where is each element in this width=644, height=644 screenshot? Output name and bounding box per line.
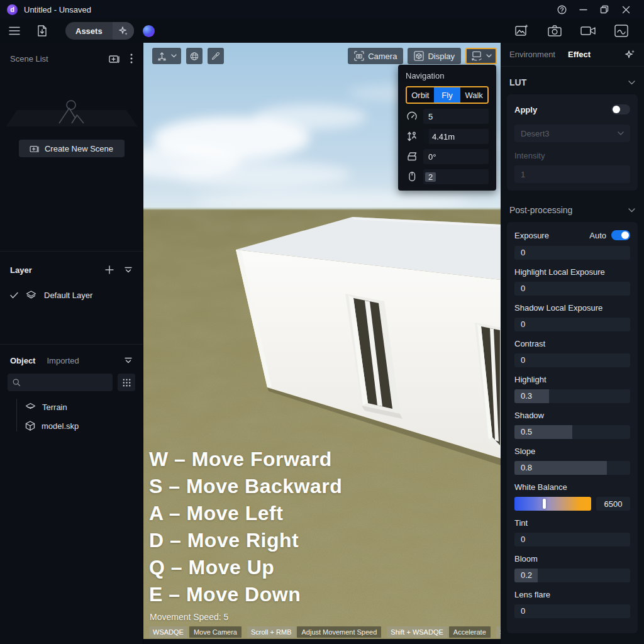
help-button[interactable] [551,1,572,18]
camera-button[interactable]: Camera [348,48,403,64]
object-search-input[interactable] [24,378,108,387]
assets-ai-icon[interactable] [113,22,134,40]
lut-apply-toggle[interactable] [611,104,630,114]
window-controls [551,1,636,18]
highlight-label: Highlight [514,375,630,384]
post-collapse-icon[interactable] [628,208,635,213]
mode-fly[interactable]: Fly [434,87,461,103]
exposure-auto-toggle[interactable] [611,230,630,240]
effect-panel: Environment Effect LUT Apply Desert3 Int… [501,43,644,644]
tab-effect[interactable]: Effect [568,50,591,59]
hint-move-camera: WSADQE Move Camera [149,626,242,638]
shortcut-hints: WSADQE Move Camera Scroll + RMB Adjust M… [149,626,501,638]
layer-visible-check-icon[interactable] [10,292,18,299]
add-layer-icon[interactable] [105,265,114,274]
render-queue-icon[interactable] [614,24,629,38]
globe-button[interactable] [186,48,203,64]
tint-label: Tint [514,518,630,528]
hint-action: Accelerate [449,626,491,638]
tint-slider[interactable]: 0 [514,533,630,547]
create-new-scene-label: Create New Scene [45,144,113,153]
layer-row-default[interactable]: Default Layer [0,291,143,300]
video-camera-icon[interactable] [580,25,596,37]
white-balance-slider[interactable] [514,497,591,511]
terrain-icon [25,402,36,412]
lut-apply-label: Apply [514,105,537,114]
tree-item-label: model.skp [42,421,79,431]
lens-flare-slider[interactable]: 0 [514,604,630,618]
slope-slider[interactable]: 0.8 [514,461,630,475]
navigation-mode-icon [471,51,482,61]
nav-tilt-row: 0° [406,149,489,164]
collapse-layers-icon[interactable] [124,266,133,274]
lut-title: LUT [509,77,526,87]
chevron-down-icon [618,131,624,135]
highlight-local-exposure-slider[interactable]: 0 [514,282,630,296]
render-image-icon[interactable] [514,23,530,38]
lut-preset-select[interactable]: Desert3 [514,125,630,142]
object-search[interactable] [8,374,113,391]
exposure-slider[interactable]: 0 [514,246,630,260]
navigation-title: Navigation [406,71,489,80]
model-cube-icon [25,421,35,431]
mode-walk[interactable]: Walk [460,87,487,103]
movement-speed-input[interactable]: 5 [423,109,489,124]
render-tools [514,23,629,38]
speed-gauge-icon [406,111,418,122]
title-bar: d Untitled - Unsaved [0,0,644,19]
restore-button[interactable] [594,1,615,18]
lut-intensity-input[interactable]: 1 [514,165,630,183]
mouse-sensitivity-input[interactable]: 2 [423,169,489,184]
eyedropper-button[interactable] [208,48,224,64]
post-processing-section: Post-processing Exposure Auto 0 Highligh… [501,194,644,633]
close-button[interactable] [615,1,636,18]
movement-keys-overlay: W – Move Forward S – Move Backward A – M… [149,446,342,608]
grid-view-icon[interactable] [118,374,135,391]
move-gizmo-icon [157,51,167,62]
navigation-mode-button[interactable] [465,48,497,64]
lut-collapse-icon[interactable] [628,80,635,85]
lut-section: LUT Apply Desert3 Intensity 1 [501,67,644,191]
collapse-objects-icon[interactable] [124,357,133,364]
search-icon [13,378,20,387]
tree-item-terrain[interactable]: Terrain [0,397,143,416]
movement-speed-status: Movement Speed: 5 [150,612,228,622]
highlight-slider[interactable]: 0.3 [514,389,630,403]
navigation-popup: Navigation Orbit Fly Walk 5 4.41m 0° [398,65,496,191]
exposure-auto-label: Auto [589,231,606,240]
shadow-local-exposure-slider[interactable]: 0 [514,318,630,331]
main-toolbar: Assets [0,19,644,43]
scene-menu-icon[interactable] [130,53,133,64]
tab-environment[interactable]: Environment [509,50,555,59]
photo-camera-icon[interactable] [547,24,562,38]
shadow-slider[interactable]: 0.5 [514,425,630,439]
camera-height-input[interactable]: 4.41m [423,129,489,144]
camera-tilt-input[interactable]: 0° [423,149,489,164]
hint-adjust-speed: Scroll + RMB Adjust Movement Speed [247,626,381,638]
create-new-scene-button[interactable]: Create New Scene [19,140,125,157]
import-file-icon[interactable] [33,21,52,40]
ai-orb-icon[interactable] [143,25,155,37]
display-button[interactable]: Display [408,48,461,64]
mode-orbit[interactable]: Orbit [407,87,434,103]
add-scene-icon[interactable] [109,54,120,64]
layer-section: Layer Default Layer [0,252,143,345]
tab-imported[interactable]: Imported [47,356,79,365]
tree-item-model[interactable]: model.skp [0,416,143,435]
overlay-line: E – Move Down [149,581,342,608]
bloom-slider[interactable]: 0.2 [514,569,630,582]
transform-gizmo-button[interactable] [152,48,181,64]
scene-list-section: Scene List Create New [0,43,143,252]
viewport-tools [152,48,224,64]
minimize-button[interactable] [572,1,594,18]
viewport-3d[interactable]: Camera Display Navigation Orbit Fly Walk… [143,43,501,639]
menu-icon[interactable] [5,21,24,40]
assets-button[interactable]: Assets [65,22,134,40]
white-balance-value[interactable]: 6500 [596,497,630,511]
white-balance-handle[interactable] [543,499,546,509]
person-height-icon [406,131,418,142]
hint-key: Space + [496,626,501,638]
tab-object[interactable]: Object [10,356,35,365]
ai-effects-icon[interactable] [625,49,635,60]
contrast-slider[interactable]: 0 [514,353,630,367]
